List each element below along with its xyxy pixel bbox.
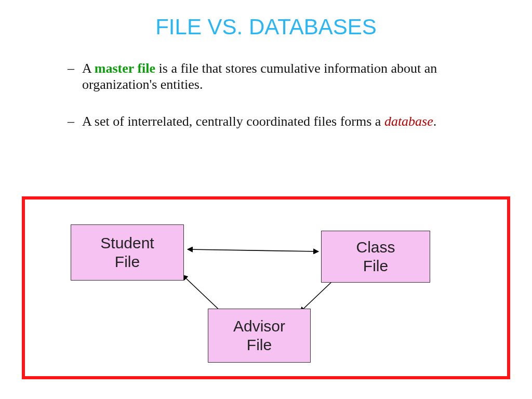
box-label-line: Class (322, 238, 430, 257)
term-master-file: master file (95, 61, 155, 76)
bullet-item-master-file: A master file is a file that stores cumu… (68, 60, 475, 92)
box-label-line: File (71, 252, 183, 271)
box-student-file: Student File (71, 224, 184, 281)
box-advisor-file: Advisor File (208, 309, 311, 363)
bullet-text: . (433, 114, 437, 129)
box-label-line: File (322, 257, 430, 275)
box-label-line: Advisor (208, 317, 310, 336)
bullet-text: A set of interrelated, centrally coordin… (82, 114, 384, 129)
box-class-file: Class File (321, 231, 430, 283)
term-database: database (384, 114, 433, 129)
bullet-text: A (82, 61, 95, 76)
diagram-container: Student File Class File Advisor File (22, 196, 510, 379)
bullet-list: A master file is a file that stores cumu… (68, 60, 475, 130)
box-label-line: Student (71, 234, 183, 252)
svg-line-0 (188, 249, 318, 251)
bullet-item-database: A set of interrelated, centrally coordin… (68, 113, 475, 129)
slide-title: FILE VS. DATABASES (0, 0, 532, 39)
box-label-line: File (208, 336, 310, 354)
